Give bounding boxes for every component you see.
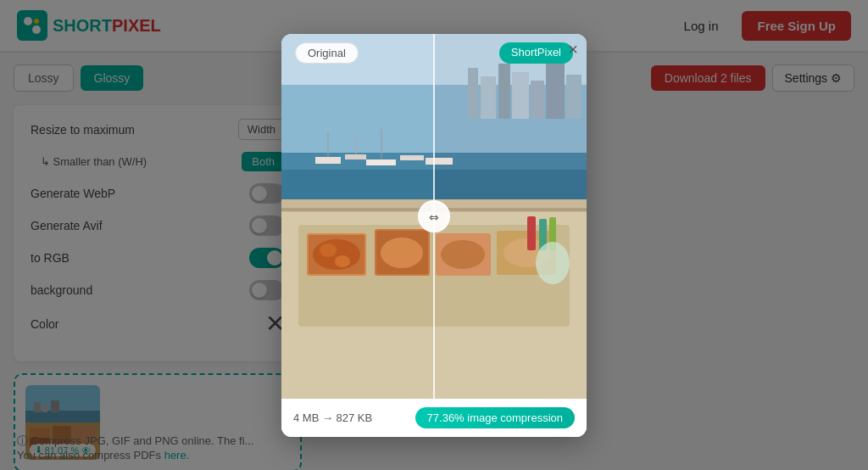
- compare-modal: × Original ShortPixel: [281, 34, 587, 437]
- svg-rect-59: [481, 76, 496, 119]
- svg-rect-62: [531, 81, 544, 119]
- svg-point-43: [320, 243, 337, 257]
- svg-rect-29: [345, 154, 366, 159]
- svg-point-44: [335, 255, 350, 267]
- compare-image: ⇔: [281, 34, 587, 399]
- svg-point-42: [313, 239, 360, 270]
- svg-rect-31: [400, 155, 424, 160]
- compression-badge: 77.36% image compression: [415, 407, 575, 428]
- svg-rect-91: [527, 216, 536, 250]
- svg-text:⇔: ⇔: [429, 210, 439, 224]
- svg-point-94: [536, 242, 570, 284]
- svg-rect-58: [468, 68, 478, 119]
- svg-point-88: [441, 240, 485, 269]
- svg-rect-61: [512, 72, 529, 119]
- compare-container[interactable]: ⇔: [281, 34, 587, 399]
- svg-rect-63: [546, 59, 565, 119]
- svg-rect-28: [315, 157, 341, 164]
- modal-footer: 4 MB → 827 KB 77.36% image compression: [281, 399, 587, 437]
- modal-overlay[interactable]: × Original ShortPixel: [0, 0, 868, 470]
- modal-close-button[interactable]: ×: [568, 41, 578, 58]
- svg-rect-64: [566, 75, 581, 119]
- svg-point-47: [381, 238, 423, 268]
- size-info: 4 MB → 827 KB: [293, 411, 372, 424]
- svg-rect-60: [498, 64, 510, 119]
- svg-rect-30: [366, 159, 396, 165]
